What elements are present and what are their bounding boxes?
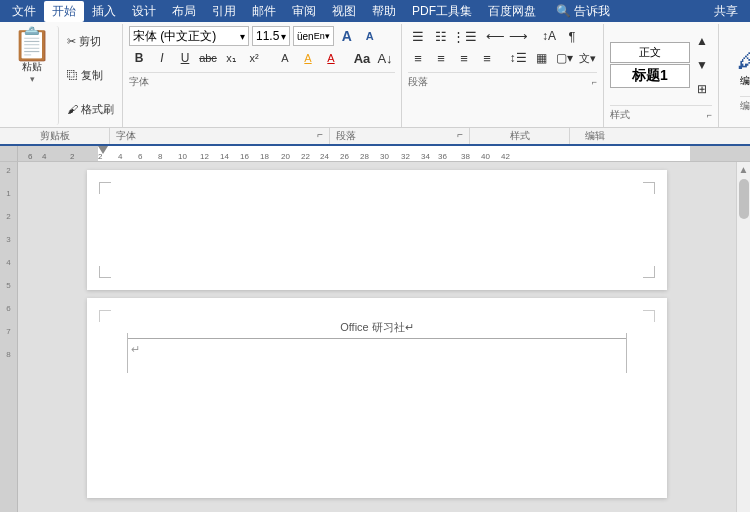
font-aa2-button[interactable]: A↓ — [375, 48, 395, 68]
corner-tr-page2 — [643, 310, 655, 322]
styles-down-button[interactable]: ▼ — [692, 55, 712, 75]
font-clear-button[interactable]: Aa — [352, 48, 372, 68]
paste-arrow[interactable]: ▾ — [30, 74, 35, 84]
para-mark-button[interactable]: ¶ — [562, 26, 582, 46]
menu-tell[interactable]: 🔍告诉我 — [548, 1, 618, 22]
styles-nav: ▲ ▼ ⊞ — [692, 31, 712, 99]
sort-button[interactable]: ↕A — [539, 26, 559, 46]
ruler-mark-18: 20 — [281, 152, 290, 161]
font-shrink-button[interactable]: A — [360, 26, 380, 46]
paragraph-label: 段落⌐ — [330, 128, 470, 144]
underline-button[interactable]: U — [175, 48, 195, 68]
menu-bar: 文件 开始 插入 设计 布局 引用 邮件 审阅 视图 帮助 PDF工具集 百度网… — [0, 0, 750, 22]
cut-button[interactable]: ✂ 剪切 — [63, 33, 118, 50]
list-numbered-button[interactable]: ☷ — [431, 26, 451, 46]
font-grow-button[interactable]: A — [337, 26, 357, 46]
edit-label: 编辑 — [740, 74, 750, 88]
ruler-mark-12: 14 — [220, 152, 229, 161]
ruler-mark-38: 40 — [481, 152, 490, 161]
font-name-selector[interactable]: 宋体 (中文正文) ▾ — [129, 26, 249, 46]
text-highlight-button[interactable]: A — [298, 48, 318, 68]
vr-9: 8 — [6, 350, 10, 359]
vr-5: 4 — [6, 258, 10, 267]
indent-button[interactable]: ⟶ — [508, 26, 528, 46]
subscript-button[interactable]: x₁ — [221, 48, 241, 68]
styles-expand-icon[interactable]: ⌐ — [707, 110, 712, 120]
shading-button[interactable]: ▦ — [531, 48, 551, 68]
font-name-value: 宋体 (中文正文) — [133, 28, 216, 45]
align-right-button[interactable]: ≡ — [454, 48, 474, 68]
text-effect-button[interactable]: A — [275, 48, 295, 68]
ruler-marks: 6 4 2 2 4 6 8 10 12 14 16 18 20 22 24 26… — [18, 146, 750, 161]
menu-review[interactable]: 审阅 — [284, 1, 324, 22]
border-button[interactable]: ▢▾ — [554, 48, 574, 68]
line-spacing-button[interactable]: ↕☰ — [508, 48, 528, 68]
styles-up-button[interactable]: ▲ — [692, 31, 712, 51]
align-left-button[interactable]: ≡ — [408, 48, 428, 68]
uenmark-selector[interactable]: üen En▾ — [293, 26, 334, 46]
style-normal[interactable]: 正文 — [610, 42, 690, 63]
paste-button[interactable]: 📋 粘贴 ▾ — [6, 26, 59, 125]
paste-label: 粘贴 — [22, 60, 42, 74]
ruler-mark-8: 10 — [178, 152, 187, 161]
ruler-mark-40: 42 — [501, 152, 510, 161]
ruler-mark-30: 32 — [401, 152, 410, 161]
menu-insert[interactable]: 插入 — [84, 1, 124, 22]
scrollbar-thumb[interactable] — [739, 179, 749, 219]
chinese-layout-button[interactable]: 文▾ — [577, 48, 597, 68]
document-page-1 — [87, 170, 667, 290]
styles-expand-button[interactable]: ⊞ — [692, 79, 712, 99]
align-justify-button[interactable]: ≡ — [477, 48, 497, 68]
indent-marker[interactable] — [98, 146, 108, 154]
scrollbar-vertical[interactable]: ▲ — [736, 162, 750, 512]
list-bullet-button[interactable]: ☰ — [408, 26, 428, 46]
font-color-button[interactable]: A — [321, 48, 341, 68]
menu-baidu[interactable]: 百度网盘 — [480, 1, 544, 22]
para-group-label: 段落 ⌐ — [408, 72, 597, 91]
menu-help[interactable]: 帮助 — [364, 1, 404, 22]
list-multi-button[interactable]: ⋮☰ — [454, 26, 474, 46]
copy-button[interactable]: ⿻ 复制 — [63, 67, 118, 84]
page2-para-mark: ↵ — [131, 343, 140, 356]
menu-references[interactable]: 引用 — [204, 1, 244, 22]
ruler-mark-16: 18 — [260, 152, 269, 161]
font-size-arrow: ▾ — [281, 31, 286, 42]
cut-icon: ✂ — [67, 35, 76, 48]
corner-br-page1 — [643, 266, 655, 278]
outdent-button[interactable]: ⟵ — [485, 26, 505, 46]
ruler-mark-24: 26 — [340, 152, 349, 161]
para-expand-icon[interactable]: ⌐ — [592, 77, 597, 87]
menu-share[interactable]: 共享 — [706, 1, 746, 22]
edit-label-text: 编辑 — [740, 100, 750, 111]
menu-design[interactable]: 设计 — [124, 1, 164, 22]
ruler-mark-neg6: 6 — [28, 152, 32, 161]
scrollbar-up-arrow[interactable]: ▲ — [739, 164, 749, 175]
menu-home[interactable]: 开始 — [44, 1, 84, 22]
menu-mail[interactable]: 邮件 — [244, 1, 284, 22]
align-center-button[interactable]: ≡ — [431, 48, 451, 68]
ruler-mark-22: 24 — [320, 152, 329, 161]
menu-view[interactable]: 视图 — [324, 1, 364, 22]
strikethrough-button[interactable]: abc — [198, 48, 218, 68]
style-heading1[interactable]: 标题1 — [610, 64, 690, 88]
format-painter-button[interactable]: 🖌 格式刷 — [63, 101, 118, 118]
para-row-1: ☰ ☷ ⋮☰ ⟵ ⟶ ↕A ¶ — [408, 26, 597, 46]
italic-button[interactable]: I — [152, 48, 172, 68]
bold-button[interactable]: B — [129, 48, 149, 68]
menu-pdf[interactable]: PDF工具集 — [404, 1, 480, 22]
corner-tr-page1 — [643, 182, 655, 194]
vr-8: 7 — [6, 327, 10, 336]
ruler-mark-2: 4 — [118, 152, 122, 161]
ruler-area: 6 4 2 2 4 6 8 10 12 14 16 18 20 22 24 26… — [0, 146, 750, 162]
copy-icon: ⿻ — [67, 69, 78, 81]
page2-header: Office 研习社↵ — [127, 320, 627, 339]
font-name-arrow: ▾ — [240, 31, 245, 42]
menu-layout[interactable]: 布局 — [164, 1, 204, 22]
ruler-mark-14: 16 — [240, 152, 249, 161]
edit-big-button[interactable]: 🖊 编辑 — [729, 41, 750, 90]
ruler-mark-32: 34 — [421, 152, 430, 161]
menu-file[interactable]: 文件 — [4, 1, 44, 22]
font-size-selector[interactable]: 11.5 ▾ — [252, 26, 290, 46]
doc-scroll[interactable]: Office 研习社↵ ↵ — [18, 162, 736, 512]
superscript-button[interactable]: x² — [244, 48, 264, 68]
